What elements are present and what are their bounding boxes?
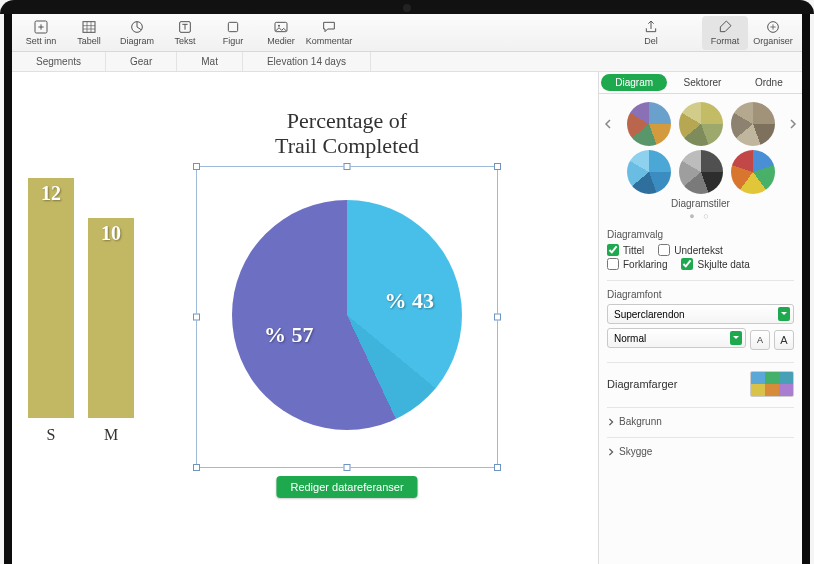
sheet-tab-elevation[interactable]: Elevation 14 days bbox=[243, 52, 371, 71]
media-button[interactable]: Medier bbox=[258, 16, 304, 50]
chevron-left-icon[interactable] bbox=[603, 119, 613, 129]
opt-hidden-input[interactable] bbox=[681, 258, 693, 270]
chart-style-2[interactable] bbox=[679, 102, 723, 146]
text-label: Tekst bbox=[174, 36, 195, 46]
sheet-tab-gear[interactable]: Gear bbox=[106, 52, 177, 71]
comment-label: Kommentar bbox=[306, 36, 353, 46]
organize-button[interactable]: Organiser bbox=[750, 16, 796, 50]
shadow-label: Skygge bbox=[619, 446, 652, 457]
comment-icon bbox=[321, 19, 337, 35]
organize-label: Organiser bbox=[753, 36, 793, 46]
tab-sectors[interactable]: Sektorer bbox=[669, 72, 735, 93]
main-area: 12 10 S M Percentage of Trail Completed bbox=[12, 72, 802, 564]
sheet-tabs: Segments Gear Mat Elevation 14 days bbox=[12, 52, 802, 72]
bar-2-value: 10 bbox=[88, 222, 134, 245]
bar-1-value: 12 bbox=[28, 182, 74, 205]
font-style-row: A A bbox=[607, 328, 794, 352]
bar-axis-1: S bbox=[28, 426, 74, 444]
inspector-panel: Diagram Sektorer Ordne bbox=[598, 72, 802, 564]
opt-subtitle-check[interactable]: Undertekst bbox=[658, 244, 722, 256]
edit-data-references-button[interactable]: Rediger datareferanser bbox=[276, 476, 417, 498]
comment-button[interactable]: Kommentar bbox=[306, 16, 352, 50]
handle-bl[interactable] bbox=[193, 464, 200, 471]
handle-b[interactable] bbox=[344, 464, 351, 471]
handle-t[interactable] bbox=[344, 163, 351, 170]
options-row-1: Tittel Undertekst bbox=[607, 244, 794, 256]
bar-axis-2: M bbox=[88, 426, 134, 444]
handle-r[interactable] bbox=[494, 314, 501, 321]
pie-title: Percentage of Trail Completed bbox=[202, 108, 492, 159]
pie-chart-group[interactable]: Percentage of Trail Completed % 43 % 57 bbox=[202, 108, 492, 159]
svg-rect-4 bbox=[228, 22, 237, 31]
handle-br[interactable] bbox=[494, 464, 501, 471]
font-size-decrease[interactable]: A bbox=[750, 330, 770, 350]
shape-label: Figur bbox=[223, 36, 244, 46]
chart-colors-row: Diagramfarger bbox=[607, 362, 794, 397]
chart-styles-label: Diagramstiler bbox=[607, 198, 794, 209]
background-disclosure[interactable]: Bakgrunn bbox=[607, 407, 794, 427]
chart-options-title: Diagramvalg bbox=[607, 229, 794, 240]
bar-chart[interactable]: 12 10 S M bbox=[12, 148, 172, 448]
shape-button[interactable]: Figur bbox=[210, 16, 256, 50]
chart-style-4[interactable] bbox=[627, 150, 671, 194]
tab-diagram[interactable]: Diagram bbox=[601, 74, 667, 91]
chevron-right-icon bbox=[607, 418, 615, 426]
handle-l[interactable] bbox=[193, 314, 200, 321]
chart-styles-row-2 bbox=[607, 150, 794, 194]
chevron-right-icon bbox=[607, 448, 615, 456]
insert-button[interactable]: Sett inn bbox=[18, 16, 64, 50]
font-family-select[interactable] bbox=[607, 304, 794, 324]
share-button[interactable]: Del bbox=[628, 16, 674, 50]
sheet-tab-segments[interactable]: Segments bbox=[12, 52, 106, 71]
handle-tr[interactable] bbox=[494, 163, 501, 170]
tab-arrange[interactable]: Ordne bbox=[736, 72, 802, 93]
chevron-right-icon[interactable] bbox=[788, 119, 798, 129]
font-family-select-wrap[interactable] bbox=[607, 304, 794, 328]
canvas[interactable]: 12 10 S M Percentage of Trail Completed bbox=[12, 72, 598, 564]
share-label: Del bbox=[644, 36, 658, 46]
inspector-body: Diagramstiler ● ○ Diagramvalg Tittel Und… bbox=[599, 94, 802, 564]
font-title: Diagramfont bbox=[607, 280, 794, 300]
pie-chart[interactable]: % 43 % 57 bbox=[232, 200, 462, 430]
chart-style-6[interactable] bbox=[731, 150, 775, 194]
shadow-disclosure[interactable]: Skygge bbox=[607, 437, 794, 457]
svg-point-6 bbox=[278, 25, 280, 27]
svg-rect-1 bbox=[83, 22, 95, 33]
chart-colors-picker[interactable] bbox=[750, 371, 794, 397]
chart-button[interactable]: Diagram bbox=[114, 16, 160, 50]
opt-legend-check[interactable]: Forklaring bbox=[607, 258, 667, 270]
table-button[interactable]: Tabell bbox=[66, 16, 112, 50]
font-size-increase[interactable]: A bbox=[774, 330, 794, 350]
opt-hidden-check[interactable]: Skjulte data bbox=[681, 258, 749, 270]
style-page-dots[interactable]: ● ○ bbox=[607, 211, 794, 221]
plus-box-icon bbox=[33, 19, 49, 35]
inspector-tabs: Diagram Sektorer Ordne bbox=[599, 72, 802, 94]
opt-subtitle-input[interactable] bbox=[658, 244, 670, 256]
opt-subtitle-label: Undertekst bbox=[674, 245, 722, 256]
text-button[interactable]: Tekst bbox=[162, 16, 208, 50]
opt-legend-label: Forklaring bbox=[623, 259, 667, 270]
font-style-select[interactable] bbox=[607, 328, 746, 348]
table-label: Tabell bbox=[77, 36, 101, 46]
toolbar-left-group: Sett inn Tabell Diagram Tekst Figur bbox=[18, 16, 352, 50]
shape-icon bbox=[225, 19, 241, 35]
handle-tl[interactable] bbox=[193, 163, 200, 170]
chart-style-3[interactable] bbox=[731, 102, 775, 146]
opt-legend-input[interactable] bbox=[607, 258, 619, 270]
chart-styles-row-1 bbox=[607, 102, 794, 146]
opt-title-label: Tittel bbox=[623, 245, 644, 256]
insert-label: Sett inn bbox=[26, 36, 57, 46]
chart-style-5[interactable] bbox=[679, 150, 723, 194]
format-button[interactable]: Format bbox=[702, 16, 748, 50]
opt-title-input[interactable] bbox=[607, 244, 619, 256]
chart-label: Diagram bbox=[120, 36, 154, 46]
opt-title-check[interactable]: Tittel bbox=[607, 244, 644, 256]
table-icon bbox=[81, 19, 97, 35]
opt-hidden-label: Skjulte data bbox=[697, 259, 749, 270]
sheet-tab-mat[interactable]: Mat bbox=[177, 52, 243, 71]
chart-style-1[interactable] bbox=[627, 102, 671, 146]
font-style-select-wrap[interactable] bbox=[607, 328, 746, 352]
sliders-icon bbox=[765, 19, 781, 35]
pie-label-b: % 57 bbox=[264, 322, 314, 348]
bar-1: 12 bbox=[28, 178, 74, 418]
